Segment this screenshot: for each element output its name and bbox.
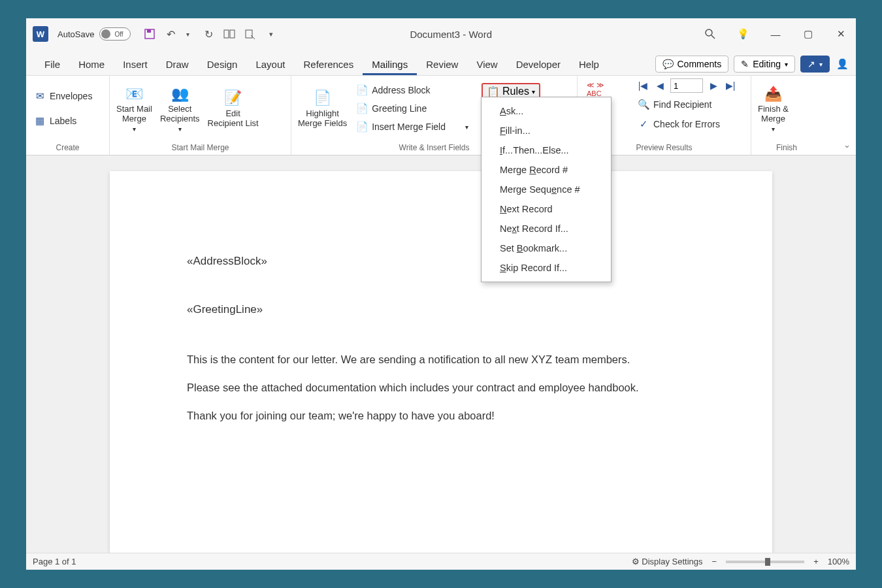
document-title: Document3 - Word xyxy=(205,29,696,40)
mail-merge-icon: 📧 xyxy=(123,84,145,103)
ribbon-tabs: File Home Insert Draw Design Layout Refe… xyxy=(26,50,856,76)
undo-icon[interactable]: ↶ xyxy=(162,25,179,42)
slider-thumb xyxy=(765,558,770,566)
word-icon: W xyxy=(33,26,48,42)
find-icon: 🔍 xyxy=(638,99,649,110)
label-icon: ▦ xyxy=(34,115,46,127)
check-errors-button[interactable]: ✓Check for Errors xyxy=(636,116,721,132)
address-block-field: «AddressBlock» xyxy=(187,255,695,268)
rules-dropdown: Ask...Fill-in...If...Then...Else...Merge… xyxy=(481,97,612,282)
tab-draw[interactable]: Draw xyxy=(157,54,198,75)
finish-merge-button[interactable]: 📤Finish & Merge▾ xyxy=(758,84,789,133)
tab-review[interactable]: Review xyxy=(417,54,467,75)
last-record-icon[interactable]: ▶| xyxy=(724,79,737,92)
tab-layout[interactable]: Layout xyxy=(246,54,294,75)
svg-rect-1 xyxy=(147,29,151,33)
rules-menu-item[interactable]: Next Record If... xyxy=(482,219,611,238)
maximize-icon[interactable]: ▢ xyxy=(798,24,818,44)
share-button[interactable]: ↗ ▾ xyxy=(800,56,830,73)
tab-home[interactable]: Home xyxy=(69,54,114,75)
chevron-down-icon: ▾ xyxy=(785,61,788,68)
select-recipients-button[interactable]: 👥Select Recipients▾ xyxy=(160,84,200,133)
record-input[interactable] xyxy=(670,78,703,93)
undo-dropdown-icon[interactable]: ▾ xyxy=(179,25,196,42)
body-paragraph: Please see the attached documentation wh… xyxy=(187,380,695,396)
find-recipient-button[interactable]: 🔍Find Recipient xyxy=(636,97,713,112)
highlight-icon: 📄 xyxy=(312,88,334,108)
editing-button[interactable]: ✎ Editing ▾ xyxy=(734,56,795,73)
rules-menu-item[interactable]: If...Then...Else... xyxy=(482,140,611,160)
tab-file[interactable]: File xyxy=(35,54,69,75)
minimize-icon[interactable]: — xyxy=(766,24,785,44)
rules-menu-item[interactable]: Merge Record # xyxy=(482,160,611,180)
tab-help[interactable]: Help xyxy=(570,54,608,75)
check-icon: ✓ xyxy=(638,118,649,130)
collapse-ribbon-icon[interactable]: ⌄ xyxy=(843,140,851,150)
share-icon: ↗ xyxy=(808,59,815,69)
group-finish-label: Finish xyxy=(751,141,822,155)
start-mail-merge-button[interactable]: 📧Start Mail Merge▾ xyxy=(116,84,152,133)
zoom-slider[interactable] xyxy=(726,561,804,563)
prev-record-icon[interactable]: ◀ xyxy=(653,79,666,92)
tab-references[interactable]: References xyxy=(294,54,363,75)
autosave-toggle[interactable]: Off xyxy=(99,27,131,41)
app-window: W AutoSave Off ↶ ▾ ↻ ▾ Document3 - Word … xyxy=(26,18,856,570)
finish-icon: 📤 xyxy=(762,84,784,103)
tab-insert[interactable]: Insert xyxy=(114,54,157,75)
rules-menu-item[interactable]: Ask... xyxy=(482,101,611,121)
abc-icon: ≪ ≫ABC xyxy=(587,81,604,97)
chevron-down-icon: ▾ xyxy=(532,88,535,95)
svg-point-5 xyxy=(706,29,712,36)
chevron-down-icon: ▾ xyxy=(465,123,468,131)
toggle-knob xyxy=(101,29,110,39)
zoom-level[interactable]: 100% xyxy=(828,557,849,566)
autosave-label: AutoSave xyxy=(57,29,94,39)
tab-developer[interactable]: Developer xyxy=(507,54,570,75)
rules-menu-item[interactable]: Skip Record If... xyxy=(482,258,611,278)
insert-merge-field-button[interactable]: 📄Insert Merge Field▾ xyxy=(355,119,470,135)
rules-menu-item[interactable]: Set Bookmark... xyxy=(482,238,611,258)
greeting-line-field: «GreetingLine» xyxy=(187,303,695,316)
display-settings-button[interactable]: ⚙ Display Settings xyxy=(632,557,703,566)
labels-button[interactable]: ▦Labels xyxy=(33,113,78,129)
next-record-icon[interactable]: ▶ xyxy=(707,79,720,92)
greeting-icon: 📄 xyxy=(356,103,368,114)
rules-menu-item[interactable]: Next Record xyxy=(482,199,611,219)
zoom-out-icon[interactable]: − xyxy=(712,557,717,566)
insert-field-icon: 📄 xyxy=(356,121,368,133)
tab-view[interactable]: View xyxy=(467,54,506,75)
edit-list-icon: 📝 xyxy=(222,88,244,108)
pencil-icon: ✎ xyxy=(741,59,749,69)
zoom-in-icon[interactable]: + xyxy=(813,557,819,566)
page-indicator[interactable]: Page 1 of 1 xyxy=(33,557,76,566)
group-start-label: Start Mail Merge xyxy=(110,141,291,155)
first-record-icon[interactable]: |◀ xyxy=(636,79,649,92)
search-icon[interactable] xyxy=(700,24,720,44)
address-block-button[interactable]: 📄Address Block xyxy=(355,82,470,98)
address-icon: 📄 xyxy=(356,84,368,96)
body-paragraph: Thank you for joining our team; we're ha… xyxy=(187,408,695,424)
rules-menu-item[interactable]: Merge Sequence # xyxy=(482,180,611,199)
close-icon[interactable]: ✕ xyxy=(831,24,851,44)
recipients-icon: 👥 xyxy=(169,84,191,103)
comments-button[interactable]: 💬 Comments xyxy=(655,56,729,73)
document-area: «AddressBlock» «GreetingLine» This is th… xyxy=(26,155,856,553)
chevron-down-icon: ▾ xyxy=(178,125,182,133)
rules-menu-item[interactable]: Fill-in... xyxy=(482,121,611,140)
save-icon[interactable] xyxy=(141,25,158,42)
group-create-label: Create xyxy=(26,141,109,155)
highlight-merge-fields-button[interactable]: 📄Highlight Merge Fields xyxy=(298,88,347,129)
envelopes-button[interactable]: ✉Envelopes xyxy=(33,88,93,104)
copresence-icon[interactable]: 👤 xyxy=(835,57,849,71)
body-paragraph: This is the content for our letter. We a… xyxy=(187,351,695,368)
tab-design[interactable]: Design xyxy=(198,54,247,75)
chevron-down-icon: ▾ xyxy=(772,125,775,133)
lightbulb-icon[interactable]: 💡 xyxy=(733,24,753,44)
status-bar: Page 1 of 1 ⚙ Display Settings − + 100% xyxy=(26,553,856,570)
titlebar: W AutoSave Off ↶ ▾ ↻ ▾ Document3 - Word … xyxy=(26,18,856,50)
document-page[interactable]: «AddressBlock» «GreetingLine» This is th… xyxy=(110,171,772,553)
greeting-line-button[interactable]: 📄Greeting Line xyxy=(355,101,470,116)
comment-icon: 💬 xyxy=(662,59,674,69)
edit-recipient-list-button[interactable]: 📝Edit Recipient List xyxy=(208,88,259,129)
tab-mailings[interactable]: Mailings xyxy=(363,54,417,75)
